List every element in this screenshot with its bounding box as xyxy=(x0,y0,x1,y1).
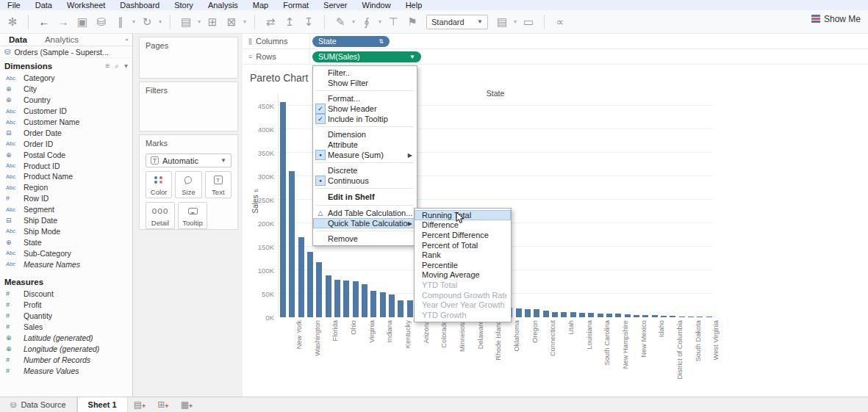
menu-bar-item[interactable]: Worksheet xyxy=(60,1,112,10)
x-axis-label[interactable]: Oregon xyxy=(531,320,539,390)
chevron-down-icon[interactable]: ▼ xyxy=(409,54,415,60)
swap-axes-icon[interactable]: ⇄ xyxy=(263,14,278,30)
caret-icon[interactable]: ▾ xyxy=(196,14,202,30)
pages-shelf[interactable]: Pages xyxy=(139,37,238,79)
dimension-field[interactable]: ⊕ Postal Code xyxy=(0,149,132,160)
menu-item[interactable]: Remove ▶ xyxy=(313,234,417,244)
x-axis-label[interactable]: Idaho xyxy=(658,320,666,390)
menu-item[interactable]: Attribute ▶ xyxy=(313,140,417,150)
text-button[interactable]: T Text xyxy=(205,171,232,198)
x-axis-label[interactable]: Washington xyxy=(314,320,322,390)
bar[interactable] xyxy=(516,308,522,317)
menu-bar-item[interactable]: Help xyxy=(398,1,430,10)
sum-sales-pill[interactable]: SUM(Sales) ▼ xyxy=(312,51,421,62)
highlight-icon[interactable]: ✎ xyxy=(333,14,348,30)
chevron-down-icon[interactable]: ▾ xyxy=(124,62,128,71)
x-axis-label[interactable]: District of Columbia xyxy=(676,320,684,390)
columns-shelf[interactable]: ||| Columns State ⇅ xyxy=(243,34,868,49)
dimension-field[interactable]: Abc Region xyxy=(0,182,132,193)
bar[interactable] xyxy=(534,309,539,317)
caret-icon[interactable]: ▾ xyxy=(512,14,518,30)
dimension-field[interactable]: Abc Product Name xyxy=(0,171,132,182)
bar[interactable] xyxy=(380,292,386,317)
dimension-field[interactable]: Abc Order ID xyxy=(0,138,132,149)
dimension-field[interactable]: ⊟ Ship Date xyxy=(0,215,132,226)
menu-item[interactable]: Quick Table Calculation ▶ xyxy=(313,218,417,228)
bar[interactable] xyxy=(552,312,558,317)
save-icon[interactable]: ▣ xyxy=(75,14,90,30)
view-fit-select[interactable]: Standard ▼ xyxy=(426,15,488,29)
bar[interactable] xyxy=(326,275,331,317)
x-axis-label[interactable]: Louisiana xyxy=(586,320,594,390)
text-label-icon[interactable]: ⊤ xyxy=(386,14,401,30)
measure-field[interactable]: # Profit xyxy=(0,300,132,311)
submenu-item[interactable]: Moving Average xyxy=(415,270,511,281)
redo-icon[interactable]: → xyxy=(56,14,71,30)
measure-field[interactable]: ⊕ Latitude (generated) xyxy=(0,333,132,344)
measure-field[interactable]: # Measure Values xyxy=(0,365,132,376)
new-data-source-icon[interactable]: ⛁ xyxy=(94,14,109,30)
bar[interactable] xyxy=(598,314,603,317)
bar[interactable] xyxy=(353,281,359,317)
bar[interactable] xyxy=(407,300,413,317)
submenu-item[interactable]: Percent Difference xyxy=(415,230,511,240)
rows-shelf[interactable]: ≡ Rows SUM(Sales) ▼ xyxy=(243,49,868,65)
sort-descending-icon[interactable]: ⇅ xyxy=(379,38,384,45)
measure-field[interactable]: # Quantity xyxy=(0,311,132,322)
new-dashboard-button[interactable]: ⊞+ xyxy=(151,397,174,412)
x-axis-label[interactable]: New York xyxy=(295,320,304,390)
dimension-field[interactable]: # Row ID xyxy=(0,193,132,204)
submenu-item[interactable]: YTD Total xyxy=(415,280,511,290)
menu-bar-item[interactable]: Format xyxy=(276,1,316,10)
measure-field[interactable]: # Number of Records xyxy=(0,354,132,365)
bar[interactable] xyxy=(642,315,648,317)
bar[interactable] xyxy=(615,314,621,317)
submenu-item[interactable]: Percent of Total xyxy=(415,240,511,250)
bar[interactable] xyxy=(706,317,712,318)
bar[interactable] xyxy=(588,313,594,317)
menu-bar-item[interactable]: Dashboard xyxy=(112,1,167,10)
new-worksheet-icon[interactable]: ▤ xyxy=(179,14,193,30)
dimension-field[interactable]: Abc Product ID xyxy=(0,160,132,171)
run-update-icon[interactable]: ↻ xyxy=(140,14,154,30)
dimension-field[interactable]: ⊟ Order Date xyxy=(0,127,132,138)
bar[interactable] xyxy=(606,314,612,317)
bar[interactable] xyxy=(389,294,395,317)
show-mark-labels-icon[interactable]: ▤ xyxy=(495,14,509,30)
submenu-item[interactable]: YTD Growth xyxy=(415,310,511,320)
menu-item[interactable]: ▶ xyxy=(313,124,417,129)
menu-item[interactable]: Continuous ▶ xyxy=(313,176,417,186)
dimension-field[interactable]: Abc Sub-Category xyxy=(0,247,132,259)
dimension-field[interactable]: Abc Customer ID xyxy=(0,106,132,117)
menu-bar-item[interactable]: Data xyxy=(28,1,60,10)
bar[interactable] xyxy=(634,315,639,317)
dimension-field[interactable]: ⊕ State xyxy=(0,236,132,247)
x-axis-label[interactable]: Ohio xyxy=(350,320,358,390)
bar[interactable] xyxy=(661,316,667,317)
tab-data[interactable]: Data xyxy=(0,35,36,45)
size-button[interactable]: Size xyxy=(175,171,201,198)
bar[interactable] xyxy=(343,281,349,317)
data-source-tab[interactable]: ⛁ Data Source xyxy=(0,397,77,412)
clear-sheet-icon[interactable]: ⊠ xyxy=(224,14,239,30)
bar[interactable] xyxy=(697,317,703,318)
submenu-item[interactable]: Rank xyxy=(415,250,511,260)
group-members-icon[interactable]: ∮ xyxy=(359,14,374,30)
sort-ascending-icon[interactable]: ↥ xyxy=(282,14,297,30)
menu-item[interactable]: Include in Tooltip ▶ xyxy=(313,114,417,124)
duplicate-sheet-icon[interactable]: ⊞ xyxy=(205,14,220,30)
submenu-item[interactable]: Percentile xyxy=(415,260,511,270)
menu-item[interactable]: Show Header ▶ xyxy=(313,104,417,114)
x-axis-label[interactable]: New Hampshire xyxy=(622,320,630,390)
mark-type-select[interactable]: T Automatic ▼ xyxy=(146,153,232,167)
menu-bar-item[interactable]: Story xyxy=(167,1,201,10)
x-axis-label[interactable]: West Virginia xyxy=(712,320,720,390)
measure-field[interactable]: # Sales xyxy=(0,322,132,333)
menu-item[interactable]: Show Filter ▶ xyxy=(313,78,417,88)
menu-bar-item[interactable]: File xyxy=(0,1,28,10)
menu-item[interactable]: ▶ xyxy=(313,88,417,93)
menu-bar-item[interactable]: Analysis xyxy=(201,1,245,10)
measure-field[interactable]: # Discount xyxy=(0,289,132,300)
tab-analytics[interactable]: Analytics xyxy=(36,35,87,45)
tableau-logo-icon[interactable]: ✻ xyxy=(5,14,20,30)
